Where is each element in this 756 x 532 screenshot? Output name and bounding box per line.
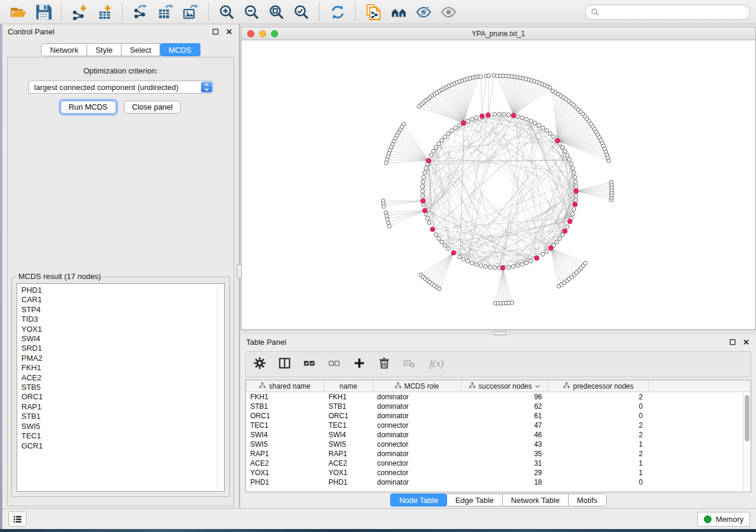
mcds-result-item[interactable]: SRD1: [21, 344, 224, 353]
mcds-result-item[interactable]: SWI4: [21, 334, 224, 344]
apply-preferred-layout-button[interactable]: [325, 2, 350, 22]
import-table-from-file-button[interactable]: [92, 2, 117, 22]
mcds-result-item[interactable]: FKH1: [21, 363, 224, 373]
add-button[interactable]: [353, 357, 366, 372]
table-tab-network-table[interactable]: Network Table: [503, 493, 569, 507]
deselect-all-button[interactable]: [328, 357, 341, 372]
zoom-out-button[interactable]: [239, 2, 264, 22]
maximize-window-button[interactable]: [271, 30, 278, 37]
mcds-result-item[interactable]: SWI5: [21, 422, 224, 431]
table-row[interactable]: ORC1ORC1dominator610: [246, 411, 751, 421]
export-image-button[interactable]: [178, 2, 203, 22]
cell-mcds-role: connector: [373, 440, 461, 448]
close-window-button[interactable]: [247, 30, 254, 37]
save-session-button[interactable]: [31, 2, 56, 22]
table-scrollbar-thumb[interactable]: [745, 395, 749, 441]
close-panel-action-button[interactable]: Close panel: [124, 101, 181, 114]
table-row[interactable]: PHD1PHD1dominator180: [246, 477, 751, 487]
minimize-window-button[interactable]: [259, 30, 266, 37]
cell-shared-name: PHD1: [246, 478, 324, 486]
mcds-result-item[interactable]: PHD1: [21, 286, 224, 295]
mcds-result-item[interactable]: STB1: [21, 412, 224, 421]
graph-ring-nodes[interactable]: [381, 73, 614, 305]
table-row[interactable]: ACE2ACE2connector311: [246, 459, 751, 468]
control-tab-select[interactable]: Select: [122, 43, 160, 56]
optimization-criterion-select[interactable]: largest connected component (undirected): [28, 81, 213, 94]
select-all-button[interactable]: [303, 357, 316, 372]
columns-button[interactable]: [278, 357, 291, 372]
hide-selected-button[interactable]: [411, 2, 436, 22]
mcds-result-item[interactable]: ORC1: [21, 392, 224, 402]
export-network-button[interactable]: [128, 2, 153, 22]
mcds-result-item[interactable]: RAP1: [21, 402, 224, 412]
table-row[interactable]: STB1STB1dominator620: [246, 402, 751, 411]
table-scrollbar[interactable]: [743, 393, 751, 491]
cell-predecessor-nodes: 0: [548, 478, 649, 486]
column-header-name[interactable]: name: [324, 380, 373, 392]
open-session-button[interactable]: [6, 2, 31, 22]
column-header-predecessor-nodes[interactable]: predecessor nodes: [548, 380, 649, 392]
control-tab-mcds[interactable]: MCDS: [160, 43, 200, 56]
trash-button[interactable]: [378, 357, 391, 372]
network-window-titlebar[interactable]: YPA_prune.txt_1: [241, 27, 756, 40]
mcds-result-item[interactable]: PMA2: [21, 354, 224, 363]
new-network-from-selection-button[interactable]: [361, 2, 386, 22]
table-tab-node-table[interactable]: Node Table: [390, 493, 447, 507]
network-workspace: YPA_prune.txt_1 Table Panel f(x) shared …: [241, 24, 756, 508]
table-row[interactable]: YOX1YOX1connector291: [246, 468, 751, 477]
mcds-result-item[interactable]: TID3: [21, 315, 224, 324]
show-all-button[interactable]: [436, 2, 461, 22]
gear-button[interactable]: [253, 357, 266, 372]
column-label: MCDS role: [404, 382, 439, 390]
table-row[interactable]: TEC1TEC1connector472: [246, 421, 751, 430]
table-row[interactable]: FKH1FKH1dominator962: [246, 392, 751, 402]
float-panel-button[interactable]: [211, 27, 220, 36]
mcds-result-item[interactable]: ACE2: [21, 373, 224, 383]
run-mcds-button[interactable]: Run MCDS: [60, 101, 116, 114]
import-network-from-file-button[interactable]: [67, 2, 92, 22]
zoom-in-button[interactable]: [214, 2, 239, 22]
zoom-fit-content-button[interactable]: [264, 2, 289, 22]
cell-mcds-role: dominator: [373, 412, 461, 420]
cell-shared-name: TEC1: [246, 421, 324, 430]
column-header-mcds-role[interactable]: MCDS role: [373, 380, 461, 392]
mcds-result-item[interactable]: STP4: [21, 305, 224, 315]
mcds-result-item[interactable]: TEC1: [21, 431, 224, 441]
table-row[interactable]: SWI5SWI5connector431: [246, 440, 751, 449]
mcds-result-item[interactable]: CAR1: [21, 295, 224, 305]
apply-preferred-layout-icon: [330, 4, 346, 20]
zoom-selected-region-button[interactable]: [289, 2, 314, 22]
close-table-panel-button[interactable]: [742, 338, 751, 347]
mcds-result-list[interactable]: PHD1CAR1STP4TID3YOX1SWI4SRD1PMA2FKH1ACE2…: [17, 283, 225, 492]
first-neighbors-of-selected-button[interactable]: [386, 2, 411, 22]
sort-menu-icon[interactable]: [535, 382, 540, 390]
mcds-result-item[interactable]: GCR1: [21, 441, 224, 451]
cell-predecessor-nodes: 2: [548, 450, 649, 458]
control-tab-network[interactable]: Network: [41, 43, 87, 56]
export-table-button[interactable]: [153, 2, 178, 22]
memory-button[interactable]: Memory: [697, 512, 750, 527]
node-table-body: FKH1FKH1dominator962STB1STB1dominator620…: [246, 392, 751, 487]
control-tab-style[interactable]: Style: [87, 43, 122, 56]
node-table: shared namenameMCDS rolesuccessor nodesp…: [245, 380, 751, 492]
table-tab-motifs[interactable]: Motifs: [569, 493, 607, 507]
search-box[interactable]: [585, 5, 750, 20]
table-tab-edge-table[interactable]: Edge Table: [447, 493, 503, 507]
mcds-result-item[interactable]: YOX1: [21, 325, 224, 334]
task-history-button[interactable]: [8, 511, 27, 527]
table-row[interactable]: RAP1RAP1dominator352: [246, 449, 751, 459]
table-row[interactable]: SWI4SWI4dominator462: [246, 430, 751, 440]
mcds-list-scrollbar[interactable]: [217, 284, 224, 491]
column-header-successor-nodes[interactable]: successor nodes: [461, 380, 548, 392]
search-input[interactable]: [602, 7, 745, 17]
mcds-result-item[interactable]: STB5: [21, 383, 224, 392]
cell-shared-name: ORC1: [246, 412, 324, 420]
cell-name: SWI4: [324, 431, 373, 439]
network-canvas[interactable]: [241, 40, 756, 330]
close-panel-button[interactable]: [225, 27, 234, 36]
vertical-splitter-grip[interactable]: [237, 264, 242, 278]
float-table-panel-button[interactable]: [728, 338, 737, 347]
network-canvas-svg[interactable]: [241, 40, 755, 329]
horizontal-splitter-grip[interactable]: [493, 331, 506, 335]
column-header-shared-name[interactable]: shared name: [246, 380, 324, 392]
